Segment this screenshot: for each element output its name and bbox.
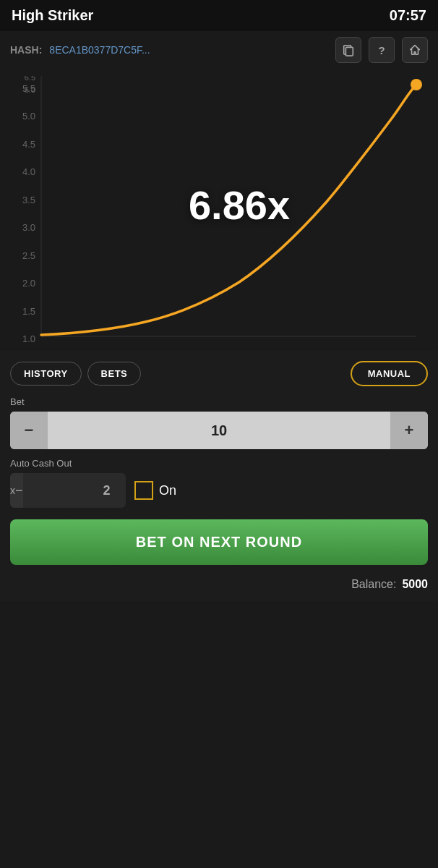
bet-on-next-round-button[interactable]: BET ON NEXT ROUND	[10, 519, 428, 565]
bet-label: Bet	[10, 396, 428, 407]
svg-text:27: 27	[361, 349, 372, 351]
hash-bar: HASH: 8ECA1B0377D7C5F... ?	[0, 31, 438, 69]
svg-text:6.0: 6.0	[25, 85, 35, 94]
cashout-value-input[interactable]	[23, 483, 126, 498]
auto-cashout-row: x − + On	[10, 473, 428, 508]
hash-value: 8ECA1B0377D7C5F...	[49, 44, 328, 56]
svg-text:9: 9	[147, 349, 152, 351]
home-icon-button[interactable]	[402, 37, 428, 63]
bets-tab[interactable]: BETS	[87, 362, 142, 386]
balance-value: 5000	[402, 578, 428, 591]
chart-area: 6.86x 1.0 1.5 2.0 2.5 3.0 3.5 4.0 4.5 5.…	[0, 69, 438, 351]
svg-text:12: 12	[181, 349, 191, 351]
svg-text:3: 3	[74, 349, 80, 351]
auto-cashout-label: Auto Cash Out	[10, 458, 428, 469]
cashout-on-label: On	[159, 483, 176, 498]
cashout-x-button[interactable]: x	[10, 473, 15, 508]
app-header: High Striker 07:57	[0, 0, 438, 31]
help-icon: ?	[378, 44, 385, 56]
balance-label: Balance:	[351, 578, 396, 591]
cashout-on-area: On	[134, 481, 176, 500]
cashout-input-box: x − +	[10, 473, 126, 508]
svg-text:4.5: 4.5	[22, 139, 35, 150]
multiplier-display: 6.86x	[189, 182, 290, 229]
svg-text:15: 15	[217, 349, 227, 351]
history-tab[interactable]: HISTORY	[10, 362, 82, 386]
hash-icons: ?	[335, 37, 428, 63]
svg-text:3.5: 3.5	[22, 195, 35, 205]
hash-label: HASH:	[10, 44, 42, 56]
bet-value-input[interactable]	[48, 422, 390, 439]
app-title: High Striker	[12, 7, 93, 24]
cashout-on-checkbox[interactable]	[134, 481, 153, 500]
svg-text:18: 18	[253, 349, 263, 351]
bet-minus-button[interactable]: −	[10, 412, 48, 449]
svg-text:0: 0	[38, 349, 43, 351]
help-icon-button[interactable]: ?	[369, 37, 395, 63]
svg-text:24: 24	[325, 349, 335, 351]
svg-text:5.0: 5.0	[22, 111, 35, 122]
svg-text:2.0: 2.0	[22, 278, 35, 289]
svg-text:4.0: 4.0	[22, 166, 35, 177]
svg-text:30: 30	[398, 349, 408, 351]
svg-text:3.0: 3.0	[22, 222, 35, 233]
bet-plus-button[interactable]: +	[390, 412, 428, 449]
manual-tab[interactable]: MANUAL	[351, 361, 428, 386]
balance-row: Balance: 5000	[10, 575, 428, 601]
tabs-row: HISTORY BETS MANUAL	[10, 361, 428, 386]
chart-endpoint-dot	[411, 79, 422, 90]
svg-rect-0	[345, 47, 353, 56]
cashout-minus-button[interactable]: −	[15, 473, 23, 508]
svg-text:6: 6	[111, 349, 116, 351]
svg-text:21: 21	[289, 349, 299, 351]
svg-text:2.5: 2.5	[22, 250, 35, 261]
bet-input-row: − +	[10, 412, 428, 449]
svg-text:6.5: 6.5	[25, 76, 35, 82]
svg-text:1.0: 1.0	[22, 333, 35, 344]
copy-icon-button[interactable]	[335, 37, 361, 63]
bottom-panel: HISTORY BETS MANUAL Bet − + Auto Cash Ou…	[0, 351, 438, 601]
svg-text:1.5: 1.5	[22, 306, 35, 317]
header-time: 07:57	[390, 7, 426, 24]
